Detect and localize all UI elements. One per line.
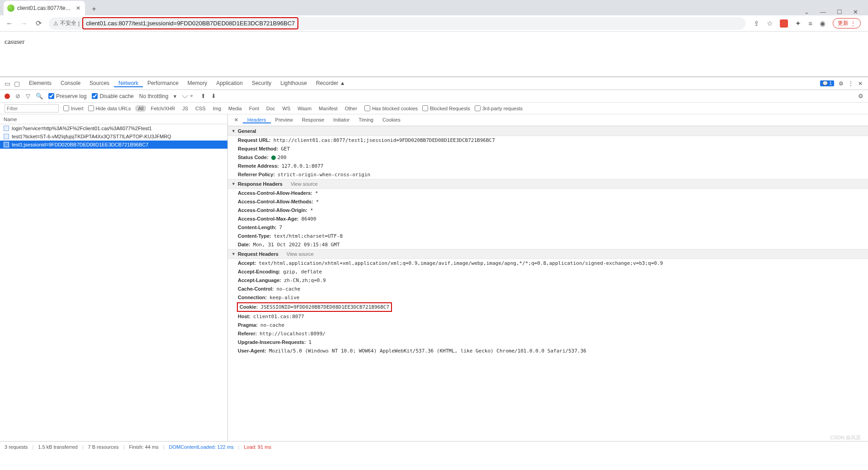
filter-type-manifest[interactable]: Manifest [316, 105, 340, 112]
filter-type-media[interactable]: Media [226, 105, 245, 112]
back-button[interactable]: ← [4, 18, 15, 29]
header-key: Request URL: [238, 137, 271, 143]
header-key: Pragma: [238, 322, 258, 328]
status-resources: 7 B resources [88, 444, 119, 450]
reload-button[interactable]: ⟳ [33, 18, 44, 29]
network-settings-gear-icon[interactable]: ⚙ [858, 93, 863, 99]
kebab-menu-icon[interactable]: ⋮ [848, 80, 854, 87]
filter-type-fetch-xhr[interactable]: Fetch/XHR [148, 105, 178, 112]
devtools-tab-network[interactable]: Network [114, 80, 143, 87]
window-chevron-icon[interactable]: ⌄ [804, 9, 809, 15]
header-key: Request Method: [238, 146, 278, 152]
address-bar[interactable]: ⚠ 不安全 | client01.cas:8077/test1;jsession… [49, 17, 745, 30]
filter-type-wasm[interactable]: Wasm [295, 105, 314, 112]
tab-close-icon[interactable]: ✕ [75, 5, 81, 11]
throttling-select[interactable]: No throttling [139, 93, 169, 99]
detail-tab-response[interactable]: Response [297, 117, 329, 122]
reading-list-icon[interactable]: ≡ [808, 19, 812, 27]
header-key: Accept-Encoding: [238, 269, 280, 275]
devtools-tab-performance[interactable]: Performance [143, 80, 183, 86]
request-row[interactable]: test1?ticket=ST-6-vM2IqfujsjTKDiPTA4Xx3Q… [0, 132, 227, 141]
detail-close-icon[interactable]: ✕ [231, 117, 242, 123]
header-key: Accept: [238, 260, 256, 266]
disable-cache-checkbox[interactable]: Disable cache [92, 93, 133, 99]
search-icon[interactable]: 🔍 [36, 93, 43, 99]
devtools-tab-lighthouse[interactable]: Lighthouse [276, 80, 311, 86]
window-maximize-icon[interactable]: ☐ [837, 9, 842, 15]
inspect-icon[interactable]: ▭ [5, 80, 10, 87]
section-general[interactable]: General [228, 126, 868, 136]
bookmark-star-icon[interactable]: ☆ [767, 19, 773, 28]
filter-input[interactable] [5, 104, 59, 113]
settings-gear-icon[interactable]: ⚙ [839, 80, 844, 87]
filter-type-css[interactable]: CSS [193, 105, 208, 112]
request-row[interactable]: login?service=http%3A%2F%2Fclient01.cas%… [0, 124, 227, 132]
document-icon [4, 126, 9, 131]
wifi-icon[interactable]: ⌵ ᯤ [182, 93, 195, 99]
clear-icon[interactable]: ⊘ [15, 93, 20, 99]
header-key: Date: [238, 242, 250, 248]
section-general-title: General [238, 128, 256, 134]
devtools-tab-sources[interactable]: Sources [85, 80, 114, 86]
profile-avatar-icon[interactable]: ◉ [820, 19, 826, 28]
filter-type-ws[interactable]: WS [280, 105, 293, 112]
filter-type-img[interactable]: Img [210, 105, 224, 112]
header-row: Status Code:200 [228, 153, 868, 162]
detail-tab-cookies[interactable]: Cookies [378, 117, 405, 122]
header-row: Content-Type:text/html;charset=UTF-8 [228, 232, 868, 240]
preserve-log-checkbox[interactable]: Preserve log [48, 93, 86, 99]
window-close-icon[interactable]: ✕ [853, 9, 858, 15]
header-value: Mozilla/5.0 (Windows NT 10.0; WOW64) App… [269, 348, 586, 354]
detail-tab-initiator[interactable]: Initiator [329, 117, 354, 122]
devtools-tab-security[interactable]: Security [247, 80, 276, 86]
page-body-text: casuser [5, 38, 24, 45]
detail-tab-preview[interactable]: Preview [271, 117, 297, 122]
filter-type-font[interactable]: Font [246, 105, 262, 112]
invert-checkbox[interactable]: Invert [63, 105, 84, 111]
view-source-link[interactable]: View source [291, 181, 318, 187]
forward-button[interactable]: → [18, 18, 30, 29]
extensions-puzzle-icon[interactable]: ✦ [795, 19, 801, 28]
update-button[interactable]: 更新 ⋮ [833, 18, 861, 28]
record-icon[interactable] [5, 94, 10, 99]
hide-data-urls-checkbox[interactable]: Hide data URLs [88, 105, 131, 111]
devtools-tab-memory[interactable]: Memory [183, 80, 212, 86]
filter-type-all[interactable]: All [135, 105, 146, 112]
devtools-tab-application[interactable]: Application [212, 80, 247, 86]
new-tab-button[interactable]: + [88, 3, 100, 15]
share-icon[interactable]: ⇪ [754, 19, 760, 28]
filter-type-doc[interactable]: Doc [264, 105, 278, 112]
window-minimize-icon[interactable]: — [820, 9, 826, 15]
header-row: Access-Control-Max-Age:86400 [228, 215, 868, 223]
download-icon[interactable]: ⬇ [211, 93, 216, 99]
upload-icon[interactable]: ⬆ [201, 93, 206, 99]
devtools-tab-elements[interactable]: Elements [24, 80, 56, 86]
header-value: http://client01.cas:8077/test1;jsessioni… [274, 137, 495, 143]
filter-type-js[interactable]: JS [179, 105, 191, 112]
header-value: Mon, 31 Oct 2022 09:15:48 GMT [253, 242, 340, 248]
view-source-link[interactable]: View source [287, 251, 314, 257]
request-row[interactable]: test1;jsessionid=9FDD020BB7DED08D1EE3DCB… [0, 141, 227, 149]
devtools-tab-recorder-[interactable]: Recorder ▲ [311, 80, 350, 86]
has-blocked-cookies-checkbox[interactable]: Has blocked cookies [364, 105, 418, 111]
third-party-label: 3rd-party requests [482, 106, 523, 111]
device-toggle-icon[interactable]: ▢ [14, 80, 20, 87]
request-list-header[interactable]: Name [0, 114, 227, 124]
issues-badge[interactable]: 💬 1 [820, 80, 834, 86]
filter-toggle-icon[interactable]: ▽ [26, 93, 30, 99]
section-response-headers[interactable]: Response Headers View source [228, 179, 868, 189]
third-party-checkbox[interactable]: 3rd-party requests [475, 105, 523, 111]
detail-tab-headers[interactable]: Headers [243, 117, 271, 123]
extension-red-icon[interactable] [780, 19, 788, 28]
devtools-close-icon[interactable]: ✕ [858, 80, 863, 87]
detail-tab-timing[interactable]: Timing [354, 117, 378, 122]
browser-tab[interactable]: client01.cas:8077/test1;jsessio ✕ [4, 1, 85, 15]
blocked-requests-checkbox[interactable]: Blocked Requests [422, 105, 470, 111]
insecure-badge[interactable]: ⚠ 不安全 | [53, 19, 80, 27]
section-request-headers[interactable]: Request Headers View source [228, 249, 868, 259]
filter-type-other[interactable]: Other [342, 105, 360, 112]
devtools-tab-console[interactable]: Console [56, 80, 85, 86]
page-content: casuser [0, 32, 868, 77]
header-key: Remote Address: [238, 163, 279, 169]
devtools-panel: ▭ ▢ ElementsConsoleSourcesNetworkPerform… [0, 77, 868, 452]
